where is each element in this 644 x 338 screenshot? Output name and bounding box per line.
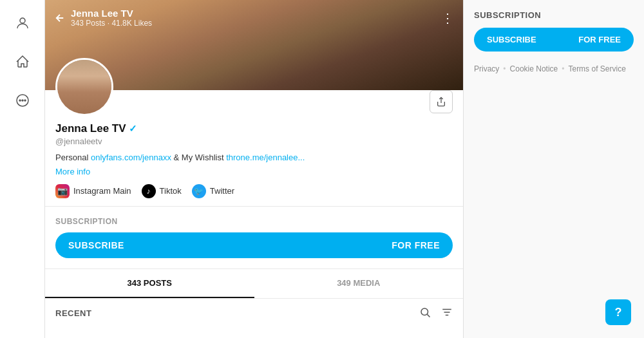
- filter-icon[interactable]: [441, 306, 453, 321]
- header-stats: 343 Posts · 41.8K Likes: [71, 19, 152, 28]
- verified-icon: ✓: [129, 123, 137, 135]
- main-for-free-text: FOR FREE: [392, 240, 440, 250]
- sidebar-avatar-icon[interactable]: [10, 10, 35, 36]
- tab-posts[interactable]: 343 POSTS: [45, 269, 254, 298]
- svg-point-3: [22, 100, 23, 101]
- social-links: 📷 Instagram Main ♪ Tiktok 🐦 Twitter: [45, 176, 463, 206]
- profile-handle: @jennaleetv: [55, 136, 453, 146]
- tabs-section: 343 POSTS 349 MEDIA: [45, 268, 463, 298]
- svg-point-2: [19, 100, 21, 101]
- throne-link[interactable]: throne.me/jennalee...: [226, 153, 305, 162]
- sidebar: [0, 0, 45, 338]
- profile-header-bar: Jenna Lee TV 343 Posts · 41.8K Likes ⋮: [45, 0, 463, 35]
- twitter-icon: 🐦: [192, 184, 206, 198]
- main-subscribe-text: SUBSCRIBE: [68, 240, 124, 250]
- twitter-label: Twitter: [210, 186, 234, 196]
- right-subscribe-button[interactable]: SUBSCRIBE FOR FREE: [474, 28, 634, 52]
- terms-link[interactable]: Terms of Service: [568, 64, 625, 73]
- more-info-link[interactable]: More info: [55, 167, 453, 176]
- cookie-notice-link[interactable]: Cookie Notice: [510, 64, 558, 73]
- avatar-image: [57, 60, 111, 114]
- avatar: [55, 58, 113, 116]
- main-subscription-section: SUBSCRIPTION SUBSCRIBE FOR FREE: [45, 206, 463, 268]
- profile-bio: Personal onlyfans.com/jennaxx & My Wishl…: [55, 151, 453, 164]
- footer-dot-2: •: [562, 64, 564, 73]
- profile-name: Jenna Lee TV ✓: [55, 122, 453, 135]
- more-options-button[interactable]: ⋮: [441, 10, 454, 26]
- svg-point-4: [24, 100, 26, 101]
- instagram-label: Instagram Main: [73, 186, 131, 196]
- main-subscribe-button[interactable]: SUBSCRIBE FOR FREE: [55, 232, 453, 258]
- right-subscribe-text: SUBSCRIBE: [487, 35, 536, 44]
- right-for-free-text: FOR FREE: [578, 35, 621, 44]
- main-content: Jenna Lee TV 343 Posts · 41.8K Likes ⋮: [45, 0, 464, 338]
- instagram-icon: 📷: [55, 184, 70, 198]
- profile-info: Jenna Lee TV ✓ @jennaleetv Personal only…: [45, 116, 463, 176]
- tab-media[interactable]: 349 MEDIA: [254, 269, 464, 298]
- privacy-link[interactable]: Privacy: [474, 64, 499, 73]
- recent-label: RECENT: [55, 308, 91, 318]
- right-subscription-label: SUBSCRIPTION: [474, 10, 634, 20]
- sidebar-messages-icon[interactable]: [10, 88, 35, 113]
- share-button[interactable]: [430, 90, 453, 113]
- tiktok-link[interactable]: ♪ Tiktok: [142, 184, 182, 198]
- help-button[interactable]: ?: [605, 299, 631, 325]
- sidebar-home-icon[interactable]: [10, 49, 35, 75]
- onlyfans-link[interactable]: onlyfans.com/jennaxx: [91, 153, 171, 162]
- recent-actions: [419, 306, 453, 321]
- right-panel: SUBSCRIPTION SUBSCRIBE FOR FREE Privacy …: [464, 0, 644, 338]
- footer-links: Privacy • Cookie Notice • Terms of Servi…: [474, 64, 634, 73]
- svg-point-6: [421, 308, 428, 315]
- tiktok-icon: ♪: [142, 184, 156, 198]
- svg-point-0: [20, 18, 25, 23]
- help-icon: ?: [615, 306, 622, 319]
- instagram-link[interactable]: 📷 Instagram Main: [55, 184, 131, 198]
- twitter-link[interactable]: 🐦 Twitter: [192, 184, 234, 198]
- header-name-block: Jenna Lee TV 343 Posts · 41.8K Likes: [71, 8, 152, 28]
- svg-line-7: [427, 314, 430, 317]
- header-profile-name: Jenna Lee TV: [71, 8, 152, 19]
- avatar-section: [45, 58, 463, 116]
- search-icon[interactable]: [419, 306, 431, 321]
- footer-dot-1: •: [503, 64, 506, 73]
- back-button[interactable]: Jenna Lee TV 343 Posts · 41.8K Likes: [54, 8, 152, 28]
- tiktok-label: Tiktok: [160, 186, 182, 196]
- recent-section: RECENT: [45, 298, 463, 328]
- main-subscription-label: SUBSCRIPTION: [55, 217, 453, 226]
